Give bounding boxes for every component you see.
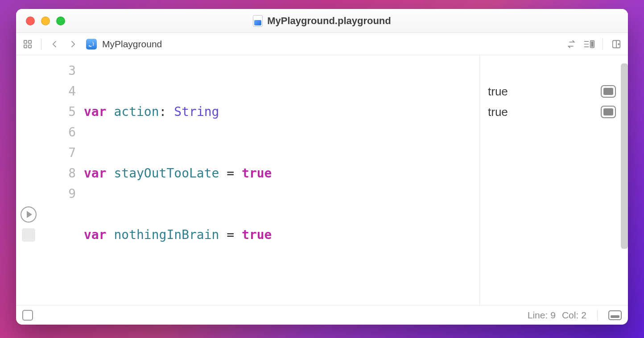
line-number: 6: [41, 122, 76, 143]
line-number: 7: [41, 143, 76, 163]
traffic-lights: [26, 16, 65, 25]
results-sidebar: true true: [479, 55, 628, 305]
main-area: 3 4 5 6 7 8 9 var action: String var sta…: [16, 55, 628, 305]
result-row[interactable]: true: [480, 102, 596, 122]
run-gutter: [16, 55, 41, 305]
editor-options-button[interactable]: [582, 37, 596, 51]
related-items-button[interactable]: [21, 37, 35, 51]
cursor-line-label: Line:: [528, 310, 548, 321]
line-number: 9: [41, 184, 76, 204]
breadcrumb-label: MyPlayground: [102, 39, 162, 49]
titlebar: MyPlayground.playground: [16, 9, 628, 33]
svg-rect-2: [24, 45, 27, 47]
result-row: [480, 163, 596, 184]
line-number: 5: [41, 102, 76, 122]
line-number: 3: [41, 61, 76, 81]
nav-forward-button[interactable]: [66, 37, 80, 51]
window-title: MyPlayground.playground: [16, 15, 628, 27]
code-area[interactable]: var action: String var stayOutTooLate = …: [84, 55, 479, 305]
result-row: [480, 184, 596, 204]
toolbar-separator: [41, 38, 41, 50]
swap-editor-button[interactable]: [564, 37, 578, 51]
svg-rect-0: [24, 40, 27, 43]
close-window-button[interactable]: [26, 16, 35, 25]
svg-rect-1: [29, 40, 31, 43]
playground-file-icon: [253, 15, 263, 27]
quicklook-column: [596, 61, 621, 305]
code-line: [84, 286, 479, 305]
quicklook-button[interactable]: [601, 106, 616, 118]
cursor-line-value: 9: [550, 310, 556, 321]
breadcrumb[interactable]: MyPlayground: [83, 37, 165, 51]
code-editor[interactable]: 3 4 5 6 7 8 9 var action: String var sta…: [16, 55, 479, 305]
code-line: var nothingInBrain = true: [84, 225, 479, 245]
toolbar: MyPlayground: [16, 33, 628, 55]
zoom-window-button[interactable]: [56, 16, 65, 25]
result-row: [480, 143, 596, 163]
code-line: var stayOutTooLate = true: [84, 163, 479, 184]
code-line: var action: String: [84, 102, 479, 122]
svg-rect-3: [29, 45, 31, 47]
line-number: 4: [41, 81, 76, 102]
bottom-panel-toggle[interactable]: [608, 310, 622, 320]
nav-back-button[interactable]: [48, 37, 62, 51]
quicklook-button[interactable]: [601, 85, 616, 98]
xcode-window: MyPlayground.playground MyPlayground: [16, 9, 628, 325]
add-editor-button[interactable]: [609, 37, 623, 51]
window-title-text: MyPlayground.playground: [267, 15, 391, 27]
result-row: [480, 122, 596, 143]
result-row[interactable]: true: [480, 81, 596, 102]
swift-icon: [86, 39, 97, 49]
minimize-window-button[interactable]: [41, 16, 50, 25]
svg-rect-8: [591, 41, 593, 46]
result-row: [480, 61, 596, 81]
stop-playground-button[interactable]: [22, 228, 35, 242]
toolbar-separator: [603, 38, 603, 50]
debug-area-toggle[interactable]: [22, 310, 33, 321]
statusbar-separator: [597, 310, 598, 321]
cursor-col-label: Col:: [562, 310, 578, 321]
scrollbar-thumb[interactable]: [621, 63, 628, 249]
cursor-col-value: 2: [581, 310, 586, 321]
statusbar: Line: 9 Col: 2: [16, 305, 628, 325]
scrollbar[interactable]: [621, 61, 628, 305]
line-number-gutter: 3 4 5 6 7 8 9: [41, 55, 84, 305]
play-icon: [27, 211, 32, 218]
run-playground-button[interactable]: [21, 206, 37, 223]
line-number: 8: [41, 163, 76, 184]
